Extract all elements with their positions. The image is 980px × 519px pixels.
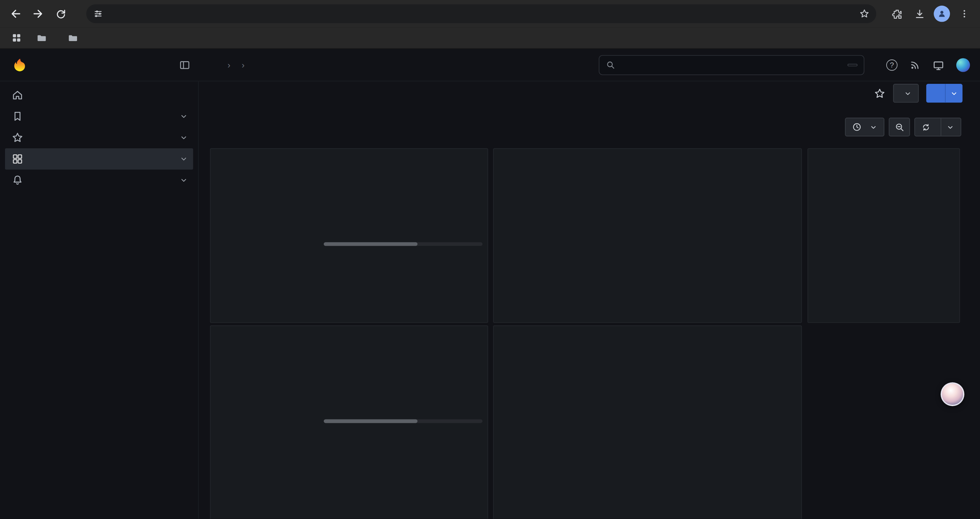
- floating-assistant-avatar[interactable]: [941, 382, 964, 406]
- series-color-dash: [679, 376, 687, 378]
- zoom-out-button[interactable]: [889, 118, 910, 136]
- divider: [941, 118, 941, 136]
- help-button[interactable]: ?: [886, 59, 897, 71]
- sidebar-toggle-button[interactable]: [179, 59, 191, 71]
- brand-area: [0, 57, 199, 72]
- back-button[interactable]: [5, 3, 26, 24]
- chevron-down-icon[interactable]: [180, 112, 188, 121]
- arrow-right-icon: [32, 7, 45, 20]
- zoom-out-icon: [894, 121, 905, 132]
- profile-avatar: [934, 6, 950, 22]
- panel-errors-per-second: [808, 148, 960, 323]
- legend-row[interactable]: [676, 385, 790, 401]
- share-menu-button[interactable]: [945, 84, 963, 102]
- share-button[interactable]: [926, 84, 963, 102]
- forward-button[interactable]: [27, 3, 49, 24]
- legend-row[interactable]: [676, 369, 790, 385]
- legend-row[interactable]: [324, 208, 483, 224]
- share-label: [926, 84, 941, 102]
- profile-button[interactable]: [931, 3, 953, 24]
- breadcrumb: › ›: [222, 60, 250, 70]
- favorite-dashboard-button[interactable]: [873, 87, 886, 99]
- series-color-dash: [332, 391, 340, 394]
- panel-total-requests: [210, 148, 488, 323]
- panel-requests-under-100ms: [493, 325, 802, 519]
- star-icon: [11, 131, 24, 144]
- chevron-down-icon: [869, 123, 877, 131]
- extensions-button[interactable]: [886, 3, 908, 24]
- legend-row[interactable]: [324, 224, 483, 239]
- monitor-icon: [932, 59, 945, 71]
- panel-request-per-minute: [493, 148, 802, 323]
- legend-row[interactable]: [324, 192, 483, 208]
- search-shortcut-chip: [848, 64, 858, 66]
- grafana-logo[interactable]: [12, 57, 27, 72]
- series-color-dash: [332, 230, 340, 232]
- legend-row[interactable]: [324, 385, 483, 401]
- downloads-button[interactable]: [908, 3, 930, 24]
- arrow-left-icon: [10, 7, 22, 20]
- clock-icon: [852, 122, 862, 132]
- series-color-dash: [679, 391, 687, 394]
- panel-left-icon: [179, 59, 191, 71]
- scrollbar-thumb[interactable]: [324, 419, 418, 423]
- legend-row[interactable]: [676, 401, 790, 416]
- time-range-picker[interactable]: [845, 118, 884, 136]
- refresh-icon: [921, 122, 931, 132]
- chevron-down-icon: [950, 89, 958, 97]
- refresh-button[interactable]: [914, 118, 961, 136]
- sidebar-item-home[interactable]: [5, 85, 193, 106]
- no-data-message: [808, 149, 959, 322]
- apps-grid-icon: [11, 32, 22, 43]
- person-icon: [937, 9, 947, 19]
- chevron-down-icon[interactable]: [180, 133, 188, 142]
- url-bar[interactable]: [86, 4, 876, 23]
- reload-button[interactable]: [50, 3, 72, 24]
- search-input[interactable]: [599, 55, 864, 75]
- panel-avg-response-time: [210, 325, 488, 519]
- legend-scrollbar[interactable]: [324, 419, 483, 423]
- kiosk-mode-button[interactable]: [932, 59, 945, 71]
- download-icon: [913, 8, 925, 20]
- series-color-dash: [505, 302, 514, 305]
- legend-row[interactable]: [324, 401, 483, 416]
- time-toolbar: [199, 116, 980, 138]
- user-avatar[interactable]: [956, 58, 970, 72]
- export-button[interactable]: [893, 84, 919, 102]
- scrollbar-thumb[interactable]: [324, 242, 418, 246]
- legend-inline[interactable]: [505, 302, 540, 305]
- legend-scrollbar[interactable]: [324, 242, 483, 246]
- reload-icon: [55, 8, 67, 20]
- bookmark-folder-blogs[interactable]: [62, 31, 88, 45]
- browser-menu-button[interactable]: [954, 3, 975, 24]
- kebab-menu-icon: [959, 9, 969, 19]
- site-info-icon[interactable]: [92, 8, 104, 19]
- home-icon: [11, 89, 24, 101]
- chevron-down-icon[interactable]: [180, 176, 188, 185]
- legend-table: [676, 352, 790, 416]
- dashboard-actions: [199, 81, 980, 105]
- folder-icon: [67, 32, 78, 43]
- series-color-dash: [332, 199, 340, 201]
- rss-icon: [909, 59, 921, 71]
- sidebar-item-dashboards[interactable]: [5, 148, 193, 170]
- apps-grid-button[interactable]: [7, 29, 25, 46]
- series-color-dash: [332, 214, 340, 217]
- chevron-down-icon[interactable]: [946, 123, 954, 131]
- sidebar-item-bookmarks[interactable]: [5, 106, 193, 127]
- dashboards-grid-icon: [11, 153, 24, 165]
- screen: › › ?: [0, 0, 980, 519]
- bookmark-star-button[interactable]: [859, 8, 870, 19]
- chevron-down-icon[interactable]: [180, 155, 188, 163]
- folder-icon: [37, 32, 47, 43]
- bookmark-folder-freeleaps[interactable]: [31, 31, 56, 45]
- request-per-minute-chart[interactable]: [494, 149, 801, 322]
- news-button[interactable]: [909, 59, 921, 71]
- star-icon: [873, 87, 886, 99]
- sidebar-nav: [0, 81, 199, 519]
- breadcrumb-separator: ›: [242, 60, 245, 70]
- legend-row[interactable]: [324, 369, 483, 385]
- sidebar-item-alerting[interactable]: [5, 170, 193, 191]
- breadcrumb-separator: ›: [228, 60, 231, 70]
- sidebar-item-starred[interactable]: [5, 127, 193, 148]
